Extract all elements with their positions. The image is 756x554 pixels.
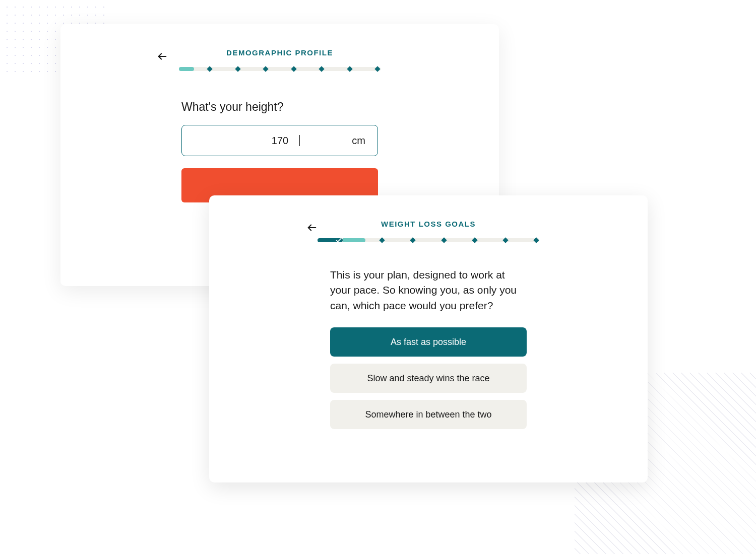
progress-bar — [318, 238, 539, 242]
progress-step-icon — [291, 66, 296, 72]
height-unit: cm — [352, 135, 365, 147]
progress-step-icon — [235, 66, 240, 72]
progress-step-icon — [380, 237, 385, 243]
progress-step-icon — [347, 66, 352, 72]
height-value: 170 — [260, 135, 300, 147]
card1-header: DEMOGRAPHIC PROFILE — [60, 48, 499, 57]
progress-step-icon — [263, 66, 269, 72]
option-slow[interactable]: Slow and steady wins the race — [330, 364, 527, 393]
progress-step-icon — [410, 237, 416, 243]
progress-step-icon — [533, 237, 539, 243]
card2-body: This is your plan, designed to work at y… — [330, 267, 527, 429]
option-label: Somewhere in between the two — [365, 409, 491, 420]
text-caret-icon — [299, 135, 300, 146]
weight-loss-goals-card: WEIGHT LOSS GOALS This is you — [209, 195, 648, 482]
progress-step-icon — [319, 66, 324, 72]
back-arrow-icon[interactable] — [305, 221, 319, 235]
section-title: WEIGHT LOSS GOALS — [381, 220, 476, 228]
option-label: As fast as possible — [391, 337, 466, 348]
progress-step-icon — [207, 66, 213, 72]
back-arrow-icon[interactable] — [155, 49, 169, 63]
card1-body: What's your height? 170 cm — [181, 100, 378, 204]
height-question: What's your height? — [181, 100, 378, 114]
progress-step-icon — [374, 66, 380, 72]
card2-header: WEIGHT LOSS GOALS — [209, 220, 648, 228]
option-label: Slow and steady wins the race — [367, 373, 489, 384]
progress-step-icon — [472, 237, 477, 243]
progress-bar — [179, 67, 381, 71]
section-title: DEMOGRAPHIC PROFILE — [226, 48, 333, 57]
pace-question: This is your plan, designed to work at y… — [330, 267, 527, 313]
progress-step-icon — [502, 237, 508, 243]
option-fast[interactable]: As fast as possible — [330, 327, 527, 357]
option-between[interactable]: Somewhere in between the two — [330, 400, 527, 429]
height-input[interactable]: 170 cm — [181, 125, 378, 156]
progress-step-icon — [441, 237, 447, 243]
